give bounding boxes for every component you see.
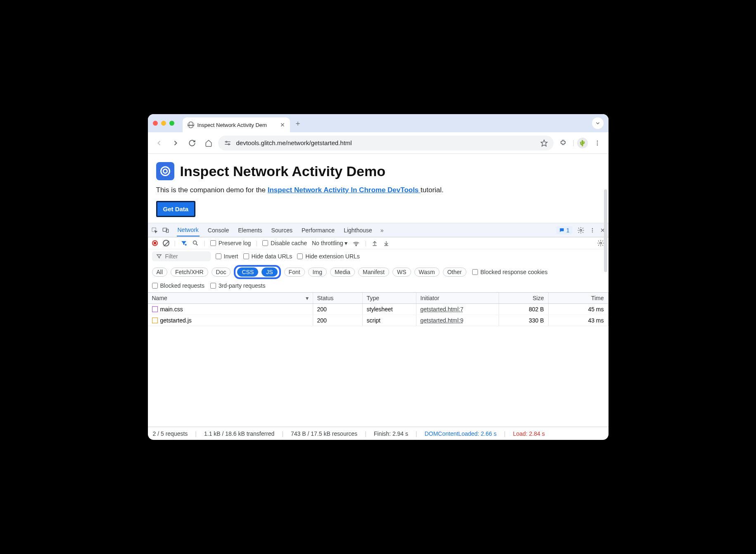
col-status[interactable]: Status (313, 293, 363, 303)
profile-avatar[interactable]: 🌵 (577, 138, 588, 148)
close-tab-icon[interactable]: ✕ (280, 122, 285, 128)
svg-point-7 (163, 169, 167, 173)
maximize-window-button[interactable] (169, 121, 174, 126)
svg-point-16 (193, 241, 197, 244)
filter-input[interactable] (165, 253, 207, 260)
third-party-checkbox[interactable]: 3rd-party requests (210, 282, 266, 289)
filter-input-wrap[interactable] (152, 251, 211, 261)
get-data-button[interactable]: Get Data (156, 201, 196, 217)
chip-doc[interactable]: Doc (212, 267, 231, 277)
forward-button[interactable] (169, 136, 183, 150)
hide-extension-urls-checkbox[interactable]: Hide extension URLs (297, 253, 360, 260)
download-har-icon[interactable] (383, 240, 390, 246)
inspect-element-icon[interactable] (151, 227, 158, 234)
chip-css[interactable]: CSS (237, 267, 258, 277)
tab-sources[interactable]: Sources (271, 224, 293, 236)
tab-performance[interactable]: Performance (301, 224, 335, 236)
invert-checkbox[interactable]: Invert (216, 253, 238, 260)
browser-tab[interactable]: Inspect Network Activity Dem ✕ (183, 117, 290, 132)
tutorial-link[interactable]: Inspect Network Activity In Chrome DevTo… (268, 186, 421, 194)
row-type: stylesheet (363, 304, 416, 315)
clear-button[interactable] (163, 240, 169, 246)
blocked-response-cookies-checkbox[interactable]: Blocked response cookies (472, 269, 548, 275)
col-time[interactable]: Time (549, 293, 609, 303)
bookmark-icon[interactable] (540, 139, 548, 147)
svg-point-0 (226, 141, 227, 142)
col-initiator[interactable]: Initiator (416, 293, 499, 303)
svg-point-13 (592, 229, 592, 230)
chip-font[interactable]: Font (284, 267, 305, 277)
chip-manifest[interactable]: Manifest (358, 267, 389, 277)
site-info-icon[interactable] (224, 139, 231, 147)
extensions-button[interactable] (556, 136, 570, 150)
network-settings-icon[interactable] (597, 239, 604, 247)
reload-button[interactable] (185, 136, 199, 150)
new-tab-button[interactable]: ＋ (294, 118, 302, 128)
back-button[interactable] (152, 136, 166, 150)
svg-marker-2 (541, 140, 547, 146)
disable-cache-checkbox[interactable]: Disable cache (262, 240, 307, 246)
search-icon[interactable] (192, 240, 199, 246)
svg-point-6 (161, 167, 169, 176)
table-row[interactable]: getstarted.js 200 script getstarted.html… (148, 315, 609, 326)
initiator-link[interactable]: getstarted.html:7 (421, 306, 464, 313)
tab-elements[interactable]: Elements (237, 224, 263, 236)
throttling-select[interactable]: No throttling ▾ (312, 240, 347, 246)
svg-line-17 (196, 244, 198, 246)
chip-ws[interactable]: WS (392, 267, 411, 277)
status-transferred: 1.1 kB / 18.6 kB transferred (204, 430, 274, 437)
col-name[interactable]: Name (148, 293, 313, 303)
svg-point-11 (580, 229, 582, 231)
blocked-requests-checkbox[interactable]: Blocked requests (152, 282, 204, 289)
minimize-window-button[interactable] (161, 121, 166, 126)
chip-media[interactable]: Media (330, 267, 355, 277)
globe-icon (188, 122, 194, 128)
chrome-logo-icon (156, 162, 174, 180)
svg-point-4 (597, 142, 598, 143)
filter-toggle-icon[interactable] (181, 240, 187, 246)
col-size[interactable]: Size (499, 293, 549, 303)
more-tabs-icon[interactable]: » (380, 227, 384, 234)
row-size: 330 B (499, 315, 549, 326)
network-conditions-icon[interactable] (352, 239, 360, 247)
tabs-dropdown-button[interactable] (592, 117, 604, 129)
row-time: 43 ms (549, 315, 609, 326)
close-window-button[interactable] (153, 121, 158, 126)
page-title: Inspect Network Activity Demo (180, 163, 386, 179)
desc-suffix: tutorial. (421, 186, 444, 194)
chip-img[interactable]: Img (308, 267, 327, 277)
record-button[interactable] (152, 240, 158, 246)
device-toggle-icon[interactable] (162, 227, 169, 234)
browser-toolbar: devtools.glitch.me/network/getstarted.ht… (148, 132, 609, 154)
chip-all[interactable]: All (152, 267, 168, 277)
tab-network[interactable]: Network (177, 224, 200, 236)
tab-lighthouse[interactable]: Lighthouse (343, 224, 373, 236)
initiator-link[interactable]: getstarted.html:9 (421, 317, 464, 324)
page-content: Inspect Network Activity Demo This is th… (148, 154, 609, 223)
address-bar[interactable]: devtools.glitch.me/network/getstarted.ht… (218, 136, 554, 150)
chip-other[interactable]: Other (443, 267, 466, 277)
issues-count: 1 (566, 227, 570, 234)
type-filter-subrow: Blocked requests 3rd-party requests (148, 282, 609, 293)
upload-har-icon[interactable] (371, 240, 378, 246)
row-size: 802 B (499, 304, 549, 315)
kebab-menu-icon[interactable] (590, 227, 595, 233)
hide-data-urls-checkbox[interactable]: Hide data URLs (243, 253, 292, 260)
settings-icon[interactable] (577, 227, 585, 234)
tab-title: Inspect Network Activity Dem (197, 122, 277, 128)
chip-js[interactable]: JS (262, 267, 277, 277)
scrollbar[interactable] (604, 189, 607, 272)
menu-button[interactable] (590, 136, 604, 150)
tab-console[interactable]: Console (207, 224, 230, 236)
preserve-log-checkbox[interactable]: Preserve log (210, 240, 251, 246)
svg-point-3 (597, 141, 598, 142)
col-type[interactable]: Type (363, 293, 416, 303)
issues-button[interactable]: 1 (556, 226, 572, 234)
page-description: This is the companion demo for the Inspe… (156, 186, 600, 194)
table-row[interactable]: main.css 200 stylesheet getstarted.html:… (148, 304, 609, 315)
chip-fetch-xhr[interactable]: Fetch/XHR (171, 267, 208, 277)
home-button[interactable] (202, 136, 216, 150)
chip-wasm[interactable]: Wasm (414, 267, 440, 277)
status-resources: 743 B / 17.5 kB resources (291, 430, 357, 437)
css-file-icon (152, 306, 158, 312)
